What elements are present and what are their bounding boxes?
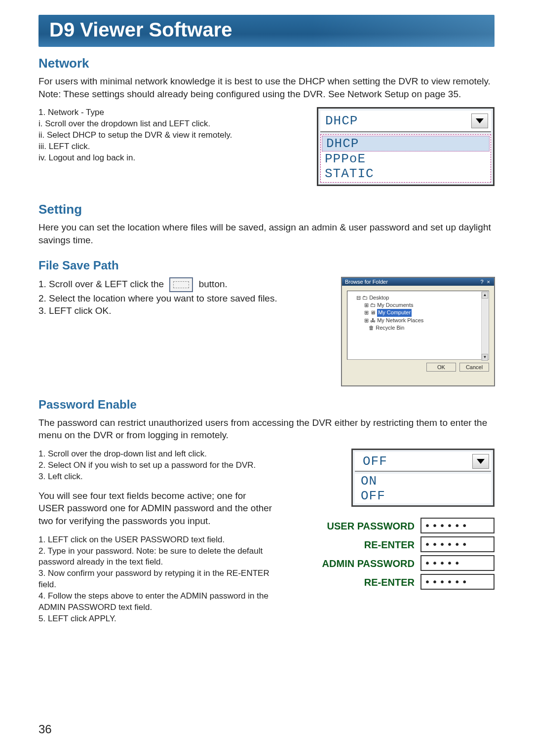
onoff-selected: OFF [357, 454, 387, 469]
dialog-controls[interactable]: ? × [480, 279, 491, 285]
dialog-title: Browse for Folder [345, 279, 388, 285]
password-intro: The password can restrict unauthorized u… [38, 416, 495, 442]
filesave-step1-pre: 1. Scroll over & LEFT click the [38, 279, 164, 289]
pw-p2: 2. Type in your password. Note: be sure … [38, 546, 272, 568]
scroll-down-icon[interactable]: ▼ [482, 354, 488, 361]
tree-computer[interactable]: My Computer [377, 309, 412, 316]
pw-middle: You will see four text fields become act… [38, 490, 272, 528]
filesave-heading: File Save Path [38, 259, 495, 272]
dropdown-list[interactable]: DHCP PPPoE STATIC [320, 134, 491, 183]
tree-recycle[interactable]: Recycle Bin [376, 325, 404, 331]
user-password-label: USER PASSWORD [282, 518, 417, 533]
pw-step3: 3. Left click. [38, 471, 272, 483]
pw-p5: 5. LEFT click APPLY. [38, 613, 272, 625]
folder-tree[interactable]: ⊟ 🗀 Desktop ⊞ 🗀 My Documents ⊞ 🖥 My Comp… [347, 291, 489, 360]
user-reenter-input[interactable]: •••••• [420, 536, 495, 552]
chevron-down-icon[interactable] [472, 454, 489, 469]
tree-desktop[interactable]: Desktop [369, 295, 389, 301]
network-step-ii: ii. Select DHCP to setup the DVR & view … [38, 130, 307, 141]
admin-password-label: ADMIN PASSWORD [282, 555, 417, 571]
filesave-step3: 3. LEFT click OK. [38, 304, 332, 317]
admin-password-input[interactable]: ••••• [420, 555, 495, 571]
page-title-bar: D9 Viewer Software [38, 15, 495, 47]
onoff-list[interactable]: ON OFF [355, 474, 491, 503]
dropdown-selected: DHCP [325, 113, 358, 128]
pw-p4: 4. Follow the steps above to enter the A… [38, 591, 272, 613]
ok-button[interactable]: OK [426, 363, 456, 372]
password-fields: USER PASSWORD •••••• RE-ENTER •••••• ADM… [282, 518, 495, 593]
page-title: D9 Viewer Software [49, 19, 232, 40]
password-enable-dropdown[interactable]: OFF ON OFF [351, 449, 495, 507]
password-heading: Password Enable [38, 398, 495, 412]
network-step-iv: iv. Logout and log back in. [38, 152, 307, 164]
page-number: 36 [38, 722, 52, 736]
filesave-step1-post: button. [199, 279, 228, 289]
pw-step1: 1. Scroll over the drop-down list and le… [38, 449, 272, 460]
admin-reenter-input[interactable]: •••••• [420, 574, 495, 590]
user-password-input[interactable]: •••••• [420, 518, 495, 533]
dropdown-option-static[interactable]: STATIC [321, 166, 491, 181]
browse-folder-dialog[interactable]: Browse for Folder ? × ⊟ 🗀 Desktop ⊞ 🗀 My… [342, 277, 495, 386]
filesave-step1: 1. Scroll over & LEFT click the button. [38, 277, 332, 292]
cancel-button[interactable]: Cancel [459, 363, 489, 372]
user-reenter-label: RE-ENTER [282, 536, 417, 552]
filesave-step2: 2. Select the location where you want to… [38, 292, 332, 305]
network-heading: Network [38, 56, 495, 71]
network-step-iii: iii. LEFT click. [38, 141, 307, 152]
dropdown-option-pppoe[interactable]: PPPoE [321, 151, 491, 166]
admin-reenter-label: RE-ENTER [282, 574, 417, 590]
network-type-dropdown[interactable]: DHCP DHCP PPPoE STATIC [317, 107, 495, 186]
onoff-on[interactable]: ON [355, 474, 491, 489]
network-intro: For users with minimal network knowledge… [38, 75, 495, 100]
setting-intro: Here you can set the location where file… [38, 221, 495, 246]
browse-button-icon[interactable] [169, 277, 193, 292]
network-step-title: 1. Network - Type [38, 107, 307, 118]
chevron-down-icon[interactable] [471, 113, 488, 128]
pw-step2: 2. Select ON if you wish to set up a pas… [38, 460, 272, 471]
scrollbar[interactable]: ▲ ▼ [481, 292, 488, 361]
onoff-off[interactable]: OFF [355, 489, 491, 503]
dropdown-option-dhcp[interactable]: DHCP [322, 136, 490, 151]
network-step-i: i. Scroll over the dropdown list and LEF… [38, 118, 307, 130]
tree-documents[interactable]: My Documents [377, 302, 413, 308]
pw-p1: 1. LEFT click on the USER PASSWORD text … [38, 534, 272, 546]
scroll-up-icon[interactable]: ▲ [482, 292, 488, 299]
setting-heading: Setting [38, 202, 495, 217]
tree-network[interactable]: My Network Places [377, 317, 423, 323]
pw-p3: 3. Now confirm your password by retyping… [38, 568, 272, 591]
